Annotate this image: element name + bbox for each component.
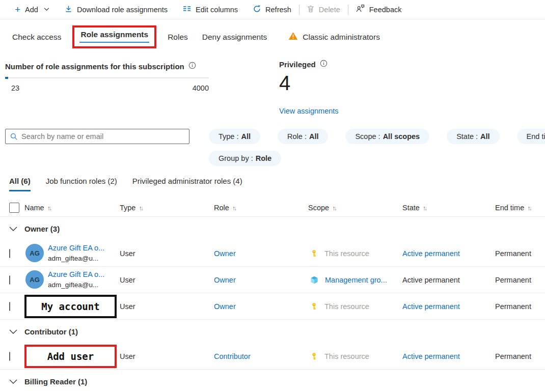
search-input[interactable] — [21, 132, 189, 141]
role-link[interactable]: Contributor — [214, 352, 251, 360]
assignments-current-count: 23 — [11, 84, 19, 92]
filter-pill-scope[interactable]: Scope :All scopes — [345, 129, 429, 144]
group-header-label: Billing Reader (1) — [24, 377, 120, 386]
info-icon[interactable] — [320, 60, 328, 69]
privileged-title-text: Privileged — [279, 60, 316, 69]
refresh-button[interactable]: Refresh — [246, 5, 299, 14]
table-row: Add userUserContributorThis resourceActi… — [0, 343, 545, 370]
privileged-card: Privileged 4 View assignments — [279, 60, 339, 115]
view-tab-privileged-admin-roles[interactable]: Privileged administrator roles (4) — [132, 177, 242, 191]
column-header-name[interactable]: Name↑↓ — [24, 204, 120, 212]
scope-label: This resource — [324, 249, 369, 258]
chevron-down-icon[interactable] — [9, 379, 24, 384]
column-header-state[interactable]: State↑↓ — [402, 204, 495, 212]
view-tab-job-function-roles[interactable]: Job function roles (2) — [46, 177, 117, 191]
role-link[interactable]: Owner — [214, 302, 236, 311]
role-link[interactable]: Owner — [214, 276, 236, 284]
delete-button[interactable]: Delete — [299, 5, 348, 14]
tab-check-access[interactable]: Check access — [5, 33, 68, 42]
view-assignments-link[interactable]: View assignments — [279, 107, 339, 115]
warning-triangle-icon — [288, 32, 298, 42]
tab-classic-administrators[interactable]: Classic administrators — [281, 32, 387, 42]
column-header-scope[interactable]: Scope↑↓ — [308, 204, 402, 212]
row-checkbox[interactable] — [9, 249, 10, 258]
filter-pill-role[interactable]: Role :All — [278, 129, 328, 144]
principal-name-link[interactable]: Azure Gift EA o... — [48, 269, 104, 280]
table-row: AGAzure Gift EA o...adm_giftea@u...UserO… — [0, 240, 545, 267]
pill-label: Scope : — [355, 132, 380, 141]
row-checkbox[interactable] — [9, 352, 10, 361]
add-button-label: Add — [25, 6, 38, 14]
key-icon — [310, 352, 318, 360]
feedback-person-icon — [356, 5, 365, 14]
row-checkbox[interactable] — [9, 302, 10, 311]
type-cell: User — [120, 302, 214, 311]
download-button-label: Download role assignments — [77, 6, 168, 14]
column-label: Role — [214, 204, 229, 212]
row-checkbox[interactable] — [9, 275, 10, 285]
pill-value: Role — [256, 154, 271, 162]
pill-label: End time : — [527, 132, 545, 141]
column-label: State — [402, 204, 420, 212]
download-icon — [65, 5, 72, 14]
state-cell[interactable]: Active permanent — [402, 352, 460, 360]
filter-pill-row: Type :All Role :All Scope :All scopes St… — [209, 129, 545, 144]
feedback-button[interactable]: Feedback — [348, 5, 410, 14]
filter-pill-type[interactable]: Type :All — [209, 129, 260, 144]
assignments-progress-bar — [5, 77, 209, 78]
tab-role-assignments[interactable]: Role assignments — [79, 30, 149, 43]
end-time-cell: Permanent — [495, 302, 545, 311]
cube-icon — [310, 276, 318, 284]
state-cell[interactable]: Active permanent — [402, 302, 460, 311]
add-button[interactable]: + Add — [7, 5, 57, 14]
role-link[interactable]: Owner — [214, 249, 236, 258]
view-tabs: All (6) Job function roles (2) Privilege… — [9, 177, 545, 191]
table-header: Name↑↓ Type↑↓ Role↑↓ Scope↑↓ State↑↓ End… — [0, 199, 545, 217]
table-body: Owner (3)AGAzure Gift EA o...adm_giftea@… — [0, 217, 545, 392]
column-header-role[interactable]: Role↑↓ — [214, 204, 308, 212]
plus-icon: + — [15, 5, 20, 14]
view-tab-all[interactable]: All (6) — [9, 177, 31, 191]
refresh-label: Refresh — [265, 6, 291, 14]
refresh-icon — [253, 5, 261, 14]
group-by-pill-row: Group by :Role — [209, 151, 281, 166]
column-header-end-time[interactable]: End time↑↓ — [495, 204, 545, 212]
table-row: My accountUserOwnerThis resourceActive p… — [0, 293, 545, 320]
annotation-box-red: Add user — [24, 345, 117, 368]
column-header-type[interactable]: Type↑↓ — [120, 204, 214, 212]
pill-value: All — [241, 132, 251, 141]
group-header-row[interactable]: Contributor (1) — [0, 320, 545, 343]
chevron-down-icon — [44, 8, 49, 11]
type-cell: User — [120, 249, 214, 258]
assignments-max-count: 4000 — [193, 84, 209, 92]
principal-name-link[interactable]: Azure Gift EA o... — [48, 243, 104, 254]
avatar: AG — [25, 270, 44, 289]
red-highlight-box: Role assignments — [72, 25, 156, 48]
select-all-checkbox[interactable] — [9, 203, 19, 213]
scope-label[interactable]: Management gro... — [325, 276, 387, 284]
edit-columns-button[interactable]: Edit columns — [175, 5, 246, 14]
state-cell[interactable]: Active permanent — [402, 249, 460, 258]
info-icon[interactable] — [188, 62, 196, 71]
group-header-row[interactable]: Owner (3) — [0, 217, 545, 240]
key-icon — [310, 302, 318, 311]
column-label: End time — [495, 204, 524, 212]
pill-label: Role : — [287, 132, 307, 141]
scope-label: This resource — [324, 352, 369, 360]
tab-deny-assignments[interactable]: Deny assignments — [195, 33, 275, 42]
pill-label: State : — [456, 132, 478, 141]
pill-label: Type : — [219, 132, 239, 141]
chevron-down-icon[interactable] — [9, 227, 24, 231]
search-box — [5, 129, 189, 144]
pill-label: Group by : — [219, 154, 253, 162]
filter-pill-end-time[interactable]: End time : — [517, 129, 545, 144]
group-by-pill[interactable]: Group by :Role — [209, 151, 281, 166]
tab-roles[interactable]: Roles — [160, 33, 195, 42]
download-role-assignments-button[interactable]: Download role assignments — [57, 5, 175, 14]
filter-pill-state[interactable]: State :All — [447, 129, 499, 144]
delete-label: Delete — [319, 6, 340, 14]
type-cell: User — [120, 352, 214, 360]
group-header-row[interactable]: Billing Reader (1) — [0, 370, 545, 392]
chevron-down-icon[interactable] — [9, 329, 24, 334]
group-header-label: Contributor (1) — [24, 327, 120, 336]
